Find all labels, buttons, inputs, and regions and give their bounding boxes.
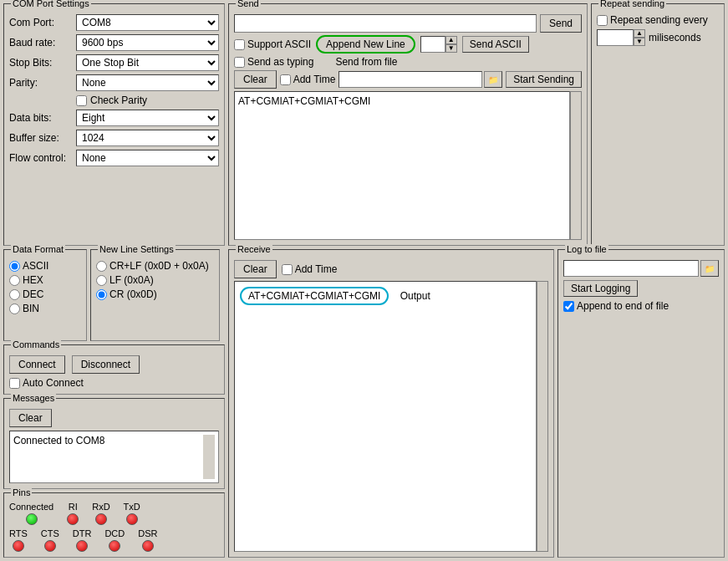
send-button[interactable]: Send — [540, 14, 582, 33]
add-time-checkbox[interactable] — [280, 74, 291, 85]
size-spinbox[interactable]: 65 ▲ ▼ — [420, 36, 457, 53]
send-file-browse-btn[interactable]: 📁 — [484, 71, 502, 88]
com-port-title: COM Port Settings — [11, 0, 91, 8]
auto-connect-checkbox[interactable] — [9, 378, 20, 389]
repeat-checkbox[interactable] — [597, 15, 608, 26]
pin-connected: Connected — [9, 502, 53, 525]
pin-rts-label: RTS — [9, 528, 28, 538]
hex-label: HEX — [23, 274, 43, 286]
send-panel: Send AT+CGMI Send Support ASCII Append N… — [228, 3, 588, 246]
dec-label: DEC — [23, 288, 43, 300]
messages-scrollbar[interactable] — [203, 435, 215, 479]
pin-dsr-led — [142, 540, 154, 552]
commands-panel: Commands Connect Disconnect Auto Connect — [3, 344, 225, 395]
repeat-interval-spinbox[interactable]: 1000 ▲ ▼ — [597, 29, 645, 46]
messages-content: Connected to COM8 — [13, 435, 203, 479]
send-scrollbar[interactable] — [570, 91, 582, 240]
pin-cts: CTS — [41, 528, 59, 552]
com-port-label: Com Port: — [9, 17, 76, 28]
pin-txd: TxD — [124, 502, 140, 525]
pin-dcd-led — [109, 540, 120, 552]
send-clear-button[interactable]: Clear — [234, 70, 277, 89]
data-bits-select[interactable]: Eight — [76, 110, 219, 126]
crlf-option[interactable]: CR+LF (0x0D + 0x0A) — [96, 260, 214, 272]
auto-connect-option[interactable]: Auto Connect — [9, 377, 219, 389]
pin-dtr-label: DTR — [73, 528, 92, 538]
start-logging-button[interactable]: Start Logging — [563, 280, 638, 297]
hex-option[interactable]: HEX — [9, 274, 81, 286]
receive-scrollbar[interactable] — [537, 281, 548, 552]
receive-add-time-checkbox[interactable] — [282, 264, 293, 275]
append-option[interactable]: Append to end of file — [563, 300, 719, 312]
receive-clear-button[interactable]: Clear — [234, 260, 277, 278]
send-ascii-button[interactable]: Send ASCII — [462, 36, 529, 53]
size-down-btn[interactable]: ▼ — [445, 44, 457, 53]
miliseconds-label: miliseconds — [649, 32, 701, 43]
dec-radio[interactable] — [9, 289, 20, 300]
stop-bits-label: Stop Bits: — [9, 57, 76, 69]
interval-up-btn[interactable]: ▲ — [634, 29, 645, 38]
log-file-input[interactable] — [563, 260, 699, 277]
add-time-option[interactable]: Add Time — [280, 74, 336, 85]
append-label: Append to end of file — [577, 300, 669, 312]
buffer-size-select[interactable]: 1024 — [76, 130, 219, 146]
support-ascii-label: Support ASCII — [247, 38, 311, 50]
send-input[interactable]: AT+CGMI — [234, 14, 537, 33]
size-input[interactable]: 65 — [420, 36, 445, 53]
append-new-line-button[interactable]: Append New Line — [316, 35, 415, 54]
receive-add-time-option[interactable]: Add Time — [282, 263, 338, 275]
pin-ri-label: RI — [69, 502, 78, 512]
lf-option[interactable]: LF (0x0A) — [96, 274, 214, 286]
auto-connect-label: Auto Connect — [23, 377, 84, 389]
size-up-btn[interactable]: ▲ — [445, 36, 457, 44]
parity-select[interactable]: None — [76, 74, 219, 91]
dec-option[interactable]: DEC — [9, 288, 81, 300]
start-sending-button[interactable]: Start Sending — [506, 71, 582, 88]
stop-bits-select[interactable]: One Stop Bit — [76, 54, 219, 71]
receive-title: Receive — [236, 244, 272, 254]
send-as-typing-option[interactable]: Send as typing — [234, 56, 313, 68]
bin-option[interactable]: BIN — [9, 303, 81, 314]
cr-radio[interactable] — [96, 289, 107, 300]
pin-dcd-label: DCD — [104, 528, 125, 538]
ascii-radio[interactable] — [9, 261, 20, 272]
connect-button[interactable]: Connect — [9, 355, 65, 374]
messages-clear-button[interactable]: Clear — [9, 409, 52, 427]
cr-option[interactable]: CR (0x0D) — [96, 288, 214, 300]
flow-control-label: Flow control: — [9, 152, 76, 164]
ascii-option[interactable]: ASCII — [9, 260, 81, 272]
flow-control-select[interactable]: None — [76, 150, 219, 166]
support-ascii-checkbox[interactable] — [234, 39, 245, 50]
interval-down-btn[interactable]: ▼ — [634, 38, 645, 46]
receive-content-bubble: AT+CGMIAT+CGMIAT+CGMI — [240, 287, 389, 305]
pin-rts: RTS — [9, 528, 28, 552]
log-title: Log to file — [565, 244, 608, 254]
pin-rxd-led — [95, 513, 107, 525]
send-as-typing-label: Send as typing — [247, 56, 313, 68]
receive-text-area: AT+CGMIAT+CGMIAT+CGMI Output — [234, 281, 537, 552]
lf-radio[interactable] — [96, 275, 107, 286]
pin-txd-label: TxD — [124, 502, 140, 512]
append-checkbox[interactable] — [563, 301, 574, 312]
crlf-radio[interactable] — [96, 261, 107, 272]
hex-radio[interactable] — [9, 275, 20, 286]
output-label: Output — [400, 290, 430, 302]
bin-radio[interactable] — [9, 303, 20, 314]
pin-ri-led — [67, 513, 79, 525]
repeat-checkbox-row[interactable]: Repeat sending every — [597, 14, 719, 26]
data-bits-label: Data bits: — [9, 112, 76, 124]
ascii-label: ASCII — [23, 260, 48, 272]
pin-dsr-label: DSR — [138, 528, 157, 538]
baud-rate-select[interactable]: 9600 bps — [76, 34, 219, 51]
disconnect-button[interactable]: Disconnect — [72, 355, 140, 374]
send-file-input[interactable] — [339, 71, 482, 88]
log-browse-btn[interactable]: 📁 — [700, 260, 719, 277]
messages-textarea: Connected to COM8 — [9, 431, 219, 483]
check-parity-checkbox[interactable] — [76, 95, 87, 106]
com-port-select[interactable]: COM8 — [76, 14, 219, 31]
repeat-interval-input[interactable]: 1000 — [597, 29, 634, 46]
send-as-typing-checkbox[interactable] — [234, 57, 245, 68]
add-time-label: Add Time — [293, 74, 336, 85]
pin-connected-led — [26, 513, 38, 525]
support-ascii-option[interactable]: Support ASCII — [234, 38, 311, 50]
